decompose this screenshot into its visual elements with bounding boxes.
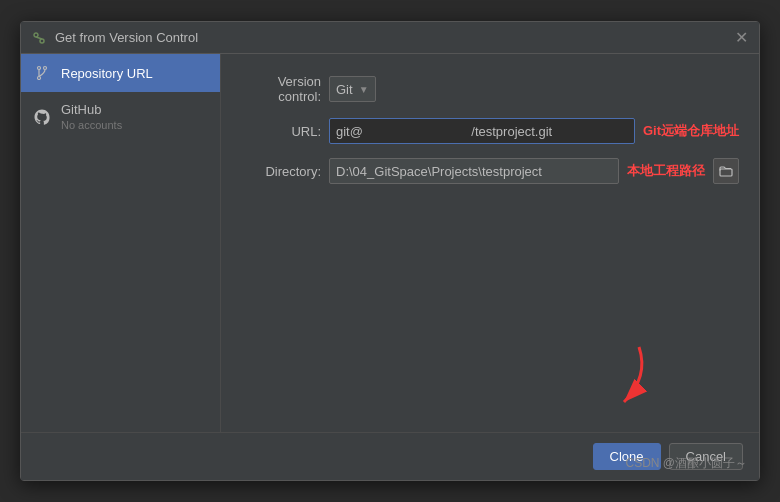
svg-point-3 [38,67,41,70]
url-label: URL: [241,124,321,139]
url-annotation: Git远端仓库地址 [643,122,739,140]
svg-rect-7 [720,169,732,176]
version-control-row: Version control: Git ▼ [241,74,739,104]
browse-button[interactable] [713,158,739,184]
directory-control-group: 本地工程路径 [329,158,739,184]
svg-point-1 [40,39,44,43]
dialog-body: Repository URL GitHub No accounts [21,54,759,432]
chevron-down-icon: ▼ [359,84,369,95]
watermark: CSDN @酒酿小圆子～ [625,455,747,472]
directory-row: Directory: 本地工程路径 [241,158,739,184]
directory-input[interactable] [329,158,619,184]
sidebar-item-github[interactable]: GitHub No accounts [21,92,220,141]
get-from-vcs-dialog: Get from Version Control ✕ Repository [20,21,760,481]
url-control-group: Git远端仓库地址 [329,118,739,144]
fork-icon [33,64,51,82]
svg-line-2 [36,37,42,39]
directory-annotation: 本地工程路径 [627,162,705,180]
directory-label: Directory: [241,164,321,179]
main-content: Version control: Git ▼ URL: Git远端仓库地址 [221,54,759,432]
sidebar-item-github-content: GitHub No accounts [61,102,122,131]
sidebar-item-repository-url-label: Repository URL [61,66,153,81]
version-control-select[interactable]: Git ▼ [329,76,376,102]
url-row: URL: Git远端仓库地址 [241,118,739,144]
sidebar-item-github-sublabel: No accounts [61,119,122,131]
version-control-value: Git [336,82,353,97]
sidebar-item-repository-url-content: Repository URL [61,66,153,81]
version-control-group: Git ▼ [329,76,739,102]
version-control-label: Version control: [241,74,321,104]
url-input[interactable] [329,118,635,144]
github-icon [33,108,51,126]
sidebar-item-repository-url[interactable]: Repository URL [21,54,220,92]
svg-point-5 [38,77,41,80]
close-button[interactable]: ✕ [733,30,749,46]
title-bar: Get from Version Control ✕ [21,22,759,54]
sidebar-item-github-label: GitHub [61,102,122,117]
sidebar: Repository URL GitHub No accounts [21,54,221,432]
svg-point-0 [34,33,38,37]
dialog-title: Get from Version Control [55,30,733,45]
svg-point-4 [44,67,47,70]
dialog-icon [31,30,47,46]
